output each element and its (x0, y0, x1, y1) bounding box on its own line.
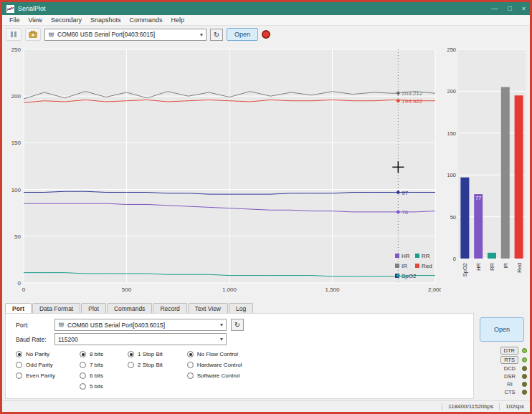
svg-text:0: 0 (453, 256, 456, 262)
bar-plot-area: 050100150200250SpO277HRRRIRRed (445, 44, 528, 303)
bar-chart: 050100150200250SpO277HRRRIRRed (445, 44, 528, 303)
indicator-rts[interactable]: RTS (500, 356, 527, 364)
radio-label: 7 bits (90, 362, 103, 368)
indicator-label: DSR (501, 373, 518, 380)
menu-file[interactable]: File (5, 16, 24, 24)
led-ri (522, 382, 527, 387)
radio-hardware-control[interactable]: Hardware Control (187, 362, 242, 368)
radio-5-bits[interactable]: 5 bits (80, 383, 103, 390)
svg-text:IR: IR (402, 263, 407, 269)
radio-even-parity[interactable]: Even Parity (16, 372, 55, 379)
window-title: SerialPlot (18, 5, 46, 12)
port-select-toolbar[interactable]: COM60 USB Serial Port[0403:6015] ▾ (44, 29, 206, 41)
radio-1-stop-bit[interactable]: 1 Stop Bit (128, 351, 163, 357)
svg-text:0: 0 (22, 287, 26, 293)
baud-rate-select[interactable]: 115200 ▾ (54, 333, 227, 345)
svg-text:0: 0 (18, 280, 22, 287)
radio-8-bits[interactable]: 8 bits (80, 351, 103, 357)
svg-text:150: 150 (11, 140, 22, 146)
serial-port-icon (48, 32, 54, 38)
radio-dot (80, 372, 86, 379)
line-chart[interactable]: 05010015020025005001,0001,5002,000HRIRSp… (5, 44, 441, 303)
radio-no-flow-control[interactable]: No Flow Control (187, 351, 242, 357)
close-button[interactable]: × (522, 5, 526, 12)
svg-text:100: 100 (11, 187, 22, 193)
radio-no-parity[interactable]: No Parity (16, 351, 55, 357)
radio-dot (187, 372, 194, 379)
tab-commands[interactable]: Commands (107, 303, 152, 313)
status-bar: 118400/11520bps 102sps (2, 400, 530, 412)
chevron-down-icon: ▾ (217, 322, 223, 328)
camera-icon (29, 31, 37, 38)
menu-help[interactable]: Help (166, 16, 189, 24)
baud-rate-label: Baud Rate: (16, 336, 50, 343)
chevron-down-icon: ▾ (217, 336, 223, 342)
svg-text:RR: RR (422, 253, 430, 259)
svg-text:77: 77 (475, 196, 481, 201)
radio-dot (128, 362, 134, 368)
indicator-dtr[interactable]: DTR (500, 347, 527, 355)
minimize-button[interactable]: — (491, 5, 498, 12)
svg-text:Red: Red (422, 263, 432, 269)
refresh-ports-button[interactable]: ↻ (210, 29, 223, 41)
svg-text:150: 150 (447, 130, 456, 137)
tab-log[interactable]: Log (229, 303, 253, 313)
indicator-label: CTS (501, 389, 518, 395)
pause-button[interactable] (6, 28, 22, 41)
menu-bar: FileViewSecondarySnapshotsCommandsHelp (2, 15, 530, 26)
app-icon (6, 5, 14, 13)
maximize-button[interactable]: □ (508, 5, 511, 12)
menu-commands[interactable]: Commands (125, 16, 166, 24)
indicator-label: RTS (500, 356, 518, 364)
menu-snapshots[interactable]: Snapshots (86, 16, 125, 24)
svg-text:194.922: 194.922 (402, 98, 422, 105)
line-plot-area[interactable]: 05010015020025005001,0001,5002,000HRIRSp… (5, 44, 441, 303)
serial-port-icon (58, 322, 65, 328)
chevron-down-icon: ▾ (197, 32, 203, 38)
radio-label: Software Control (197, 372, 240, 379)
indicator-label: DCD (501, 365, 518, 372)
svg-text:50: 50 (14, 234, 21, 240)
toolbar: COM60 USB Serial Port[0403:6015] ▾ ↻ Ope… (2, 26, 530, 43)
radio-dot (80, 362, 86, 368)
radio-6-bits[interactable]: 6 bits (80, 372, 103, 379)
svg-text:1,500: 1,500 (325, 287, 340, 293)
tab-text-view[interactable]: Text View (188, 303, 228, 313)
tab-record[interactable]: Record (153, 303, 186, 313)
settings-tabs: PortData FormatPlotCommandsRecordText Vi… (5, 303, 254, 313)
port-select-value: COM60 USB Serial Port[0403:6015] (57, 31, 155, 38)
led-dtr (522, 348, 527, 353)
radio-dot (16, 351, 22, 357)
radio-2-stop-bit[interactable]: 2 Stop Bit (128, 362, 163, 368)
record-button[interactable] (262, 30, 270, 39)
tab-data-format[interactable]: Data Format (32, 303, 80, 313)
tab-plot[interactable]: Plot (81, 303, 106, 313)
menu-secondary[interactable]: Secondary (47, 16, 86, 24)
indicator-label: DTR (500, 347, 518, 355)
snapshot-button[interactable] (25, 28, 41, 41)
svg-text:HR: HR (402, 253, 410, 259)
rescan-ports-button[interactable]: ↻ (231, 319, 244, 331)
port-label: Port: (16, 322, 50, 329)
port-select[interactable]: COM60 USB Serial Port[0403:6015] ▾ (54, 319, 227, 331)
svg-text:203.212: 203.212 (402, 90, 422, 97)
radio-7-bits[interactable]: 7 bits (80, 362, 103, 368)
radio-dot (16, 372, 22, 379)
menu-view[interactable]: View (24, 16, 47, 24)
tab-port[interactable]: Port (5, 303, 32, 313)
open-port-button[interactable]: Open (227, 28, 258, 41)
port-select-value: COM60 USB Serial Port[0403:6015] (67, 322, 165, 329)
open-port-big-button[interactable]: Open (480, 317, 524, 342)
radio-dot (16, 362, 22, 368)
pause-icon (10, 31, 17, 38)
svg-text:97: 97 (402, 190, 408, 196)
radio-label: No Flow Control (197, 351, 238, 357)
radio-dot (187, 351, 194, 357)
svg-text:HR: HR (475, 262, 482, 270)
indicator-dsr: DSR (501, 373, 527, 380)
radio-software-control[interactable]: Software Control (187, 372, 242, 379)
radio-odd-parity[interactable]: Odd Parity (16, 362, 55, 368)
led-cts (522, 390, 527, 395)
svg-text:Red: Red (516, 263, 523, 273)
radio-label: 5 bits (90, 383, 103, 390)
